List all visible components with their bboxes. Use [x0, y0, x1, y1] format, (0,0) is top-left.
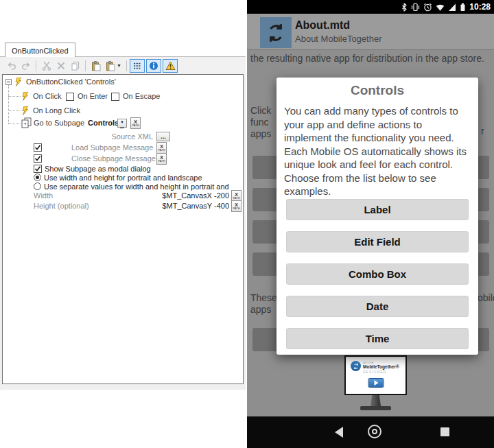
subpage-combo-dropdown[interactable]: ▼: [117, 119, 127, 128]
dialog-button[interactable]: Time: [286, 328, 469, 349]
dialog-button[interactable]: Label: [286, 199, 469, 220]
page-text-fragment: func: [250, 117, 268, 128]
tree-row-onclick: On Click On Enter On Escape: [3, 92, 243, 102]
on-click-label[interactable]: On Click: [33, 92, 62, 101]
status-bar: 10:28: [247, 0, 494, 14]
tree-row-onlongclick: On Long Click: [3, 106, 243, 116]
source-xml-label: Source XML: [71, 132, 153, 141]
signal-icon: [448, 3, 456, 12]
back-icon[interactable]: [335, 427, 343, 438]
tree-row-radio-both: Use width and height for portrait and la…: [3, 174, 243, 183]
tree-row-modal: Show Subpage as modal dialog: [3, 165, 243, 174]
page-text-fragment: Click: [250, 105, 271, 116]
tree-row-close-subpage: Close Subpage Message X PATH: [3, 154, 243, 164]
check-icon: [34, 165, 41, 172]
on-enter-label: On Enter: [78, 92, 108, 101]
event-root-label[interactable]: OnButtonClicked 'Controls': [26, 78, 116, 86]
show-info-toggle[interactable]: [146, 59, 161, 73]
screenshot: OnButtonClicked: [0, 0, 494, 448]
collapse-icon[interactable]: [5, 79, 12, 85]
event-lightning-icon: [22, 106, 30, 115]
event-lightning-icon: [22, 92, 30, 101]
height-value[interactable]: $MT_CanvasY -400: [106, 202, 229, 211]
dialog-title: Controls: [277, 83, 478, 98]
on-escape-checkbox[interactable]: [111, 93, 119, 101]
dialog-button[interactable]: Edit Field: [286, 231, 469, 252]
width-value[interactable]: $MT_CanvasX -200: [106, 191, 229, 200]
goto-subpage-label[interactable]: Go to Subpage: [34, 119, 84, 128]
play-button-icon: [368, 378, 384, 388]
designer-panel: OnButtonClicked: [0, 41, 246, 390]
on-long-click-label[interactable]: On Long Click: [33, 106, 80, 115]
page-text-fragment: These: [250, 292, 277, 303]
paste-special-icon[interactable]: ▼: [103, 59, 124, 72]
tree-row-source-xml: Source XML ...: [3, 132, 243, 142]
tree-row-radio-separate: Use separate values for width and height…: [3, 182, 243, 192]
mobiletogether-logo-icon: [265, 22, 287, 44]
dropdown-arrow-icon: ▼: [117, 63, 121, 68]
tree-connector: [8, 85, 9, 123]
undo-icon[interactable]: [4, 59, 19, 72]
show-source-grid-toggle[interactable]: [130, 59, 145, 73]
load-subpage-checkbox[interactable]: [34, 143, 42, 152]
page-text-fragment: apps: [250, 304, 271, 315]
modal-label: Show Subpage as modal dialog: [45, 165, 151, 174]
alarm-icon: [423, 3, 432, 12]
vibrate-icon: [411, 3, 420, 12]
xpath-button[interactable]: X PATH: [156, 153, 167, 165]
controls-dialog: Controls You can add many types of contr…: [277, 78, 478, 355]
redo-icon[interactable]: [19, 59, 33, 72]
tab-onbuttonclicked[interactable]: OnButtonClicked: [5, 43, 75, 58]
subpage-icon: [21, 117, 32, 128]
xpath-button[interactable]: X PATH: [231, 200, 242, 212]
bluetooth-icon: [401, 3, 408, 12]
tree-row-load-subpage: Load Subpage Message X PATH: [3, 143, 243, 153]
show-warnings-toggle[interactable]: [163, 59, 178, 73]
app-icon: [260, 17, 292, 48]
check-icon: [34, 155, 41, 162]
close-subpage-label: Close Subpage Message: [71, 154, 153, 163]
event-lightning-icon: [15, 78, 23, 86]
dialog-button[interactable]: Date: [286, 296, 469, 317]
separate-values-label: Use separate values for width and height…: [44, 182, 243, 191]
monitor-product: MobileTogether®: [363, 364, 399, 370]
copy-icon[interactable]: [68, 59, 82, 72]
source-xml-ellipsis-button[interactable]: ...: [156, 132, 170, 141]
height-label: Height (optional): [34, 202, 89, 211]
combo-arrow-icon: ▼: [120, 118, 124, 128]
home-icon-inner: [372, 429, 377, 434]
separate-values-radio[interactable]: [34, 182, 41, 190]
width-label: Width: [34, 191, 53, 200]
cut-icon[interactable]: [39, 59, 54, 72]
tree-row-root: OnButtonClicked 'Controls': [3, 78, 243, 87]
app-subtitle: About MobileTogether: [295, 34, 381, 44]
phone-preview: 10:28 About.mtd About MobileTogether the…: [247, 0, 494, 448]
load-subpage-label: Load Subpage Message: [71, 143, 153, 152]
on-enter-checkbox[interactable]: [66, 93, 74, 101]
paste-icon[interactable]: [89, 59, 103, 72]
page-text-fragment: obile: [478, 292, 494, 303]
tree-row-width: Width $MT_CanvasX -200 X PATH: [3, 191, 243, 201]
page-paragraph: the resulting native app for distributio…: [250, 52, 492, 65]
status-time: 10:28: [469, 2, 491, 12]
xpath-button[interactable]: X PATH: [130, 117, 141, 129]
android-nav-bar: [247, 416, 494, 448]
recents-icon[interactable]: [440, 427, 449, 436]
app-header: About.mtd About MobileTogether: [247, 14, 494, 50]
page-text-fragment: r: [481, 126, 484, 137]
delete-icon[interactable]: [54, 59, 68, 72]
dialog-button[interactable]: Combo Box: [286, 263, 469, 285]
check-icon: [34, 144, 41, 151]
modal-checkbox[interactable]: [34, 165, 42, 173]
xpath-button[interactable]: X PATH: [156, 142, 167, 154]
on-escape-label: On Escape: [123, 92, 160, 101]
monitor-logo: ALTOVA MobileTogether® DESIGNER: [351, 361, 399, 375]
tree-row-height: Height (optional) $MT_CanvasY -400 X PAT…: [3, 202, 243, 211]
portrait-landscape-label: Use width and height for portrait and la…: [44, 174, 202, 182]
subpage-combo-value[interactable]: Controls: [88, 119, 119, 128]
tree-row-goto-subpage: Go to Subpage Controls ▼ X PATH: [3, 119, 243, 128]
close-subpage-checkbox[interactable]: [34, 154, 42, 163]
portrait-landscape-radio[interactable]: [34, 174, 41, 181]
app-title: About.mtd: [295, 19, 350, 32]
monitor-stand: [370, 395, 381, 406]
